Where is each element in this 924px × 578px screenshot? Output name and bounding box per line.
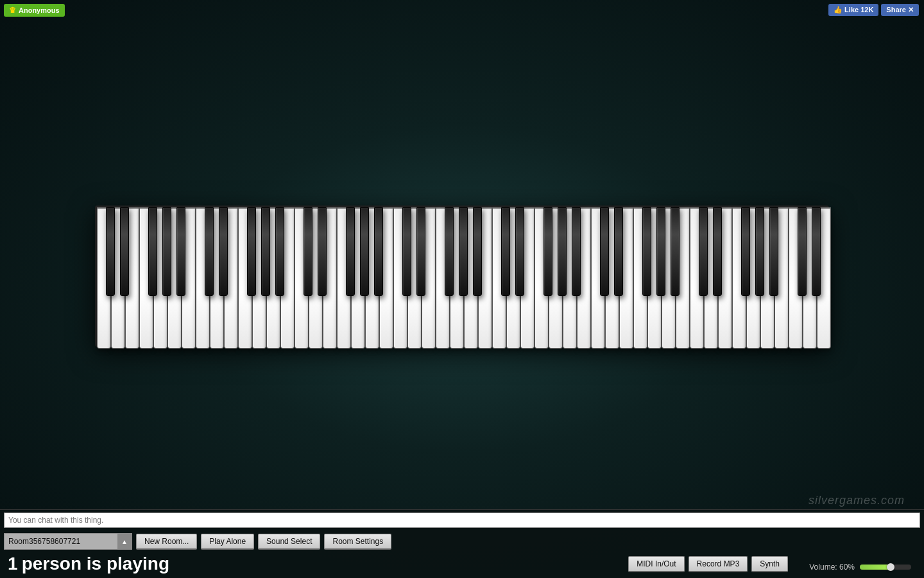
black-key-17[interactable] [346,207,355,296]
room-selector[interactable]: Room356758607721 ▲ [4,533,132,550]
room-settings-button[interactable]: Room Settings [324,534,391,550]
volume-control: Volume: 60% [809,563,911,572]
black-key-47[interactable] [769,207,778,296]
piano-container [95,206,829,347]
black-key-26[interactable] [473,207,482,296]
black-key-10[interactable] [247,207,256,296]
room-name-label: Room356758607721 [4,537,117,546]
black-key-11[interactable] [261,207,270,296]
black-key-46[interactable] [755,207,764,296]
chat-input-row [0,510,924,530]
like-button[interactable]: 👍 Like 12K [828,4,878,16]
username-label: Anonymous [19,6,60,14]
black-key-39[interactable] [656,207,665,296]
players-count: 1 [8,554,18,574]
black-key-1[interactable] [120,207,129,296]
controls-row: Room356758607721 ▲ New Room... Play Alon… [0,530,924,552]
watermark: silvergames.com [809,494,905,507]
players-label: person is playing [22,554,169,574]
black-key-12[interactable] [275,207,284,296]
volume-slider[interactable] [860,565,911,570]
black-key-14[interactable] [304,207,312,296]
black-key-49[interactable] [798,207,807,296]
volume-thumb[interactable] [887,563,894,571]
second-controls-row: 1 person is playing MIDI In/Out Record M… [0,552,924,578]
black-key-29[interactable] [515,207,524,296]
new-room-button[interactable]: New Room... [136,534,197,550]
black-key-15[interactable] [318,207,327,296]
crown-icon: ♛ [9,6,16,15]
black-key-43[interactable] [713,207,722,296]
black-key-19[interactable] [374,207,383,296]
black-key-7[interactable] [205,207,214,296]
black-key-32[interactable] [558,207,567,296]
black-key-28[interactable] [501,207,510,296]
black-key-36[interactable] [614,207,623,296]
black-key-33[interactable] [572,207,581,296]
black-key-25[interactable] [459,207,468,296]
black-key-35[interactable] [600,207,609,296]
black-key-50[interactable] [812,207,821,296]
share-button[interactable]: Share ✕ [881,4,919,16]
midi-inout-button[interactable]: MIDI In/Out [628,556,684,572]
synth-button[interactable]: Synth [751,556,788,572]
black-key-40[interactable] [671,207,680,296]
black-key-0[interactable] [106,207,115,296]
black-key-8[interactable] [219,207,228,296]
play-alone-button[interactable]: Play Alone [201,534,254,550]
volume-fill [860,565,891,570]
black-key-24[interactable] [445,207,454,296]
black-key-5[interactable] [176,207,185,296]
black-key-38[interactable] [642,207,651,296]
players-text: 1 person is playing [8,554,169,574]
sound-select-button[interactable]: Sound Select [258,534,320,550]
chat-input[interactable] [4,512,920,528]
black-key-4[interactable] [162,207,171,296]
room-dropdown-arrow[interactable]: ▲ [117,534,132,549]
black-key-3[interactable] [148,207,157,296]
black-key-21[interactable] [402,207,411,296]
black-key-42[interactable] [699,207,708,296]
piano-keyboard[interactable] [95,206,829,347]
black-key-22[interactable] [416,207,425,296]
volume-label: Volume: 60% [809,563,855,572]
black-key-31[interactable] [543,207,552,296]
record-mp3-button[interactable]: Record MP3 [689,556,748,572]
top-bar: 👍 Like 12K Share ✕ [823,0,924,20]
black-key-45[interactable] [741,207,750,296]
black-key-18[interactable] [360,207,369,296]
user-badge[interactable]: ♛ Anonymous [4,4,65,17]
bottom-ui: Room356758607721 ▲ New Room... Play Alon… [0,509,924,578]
